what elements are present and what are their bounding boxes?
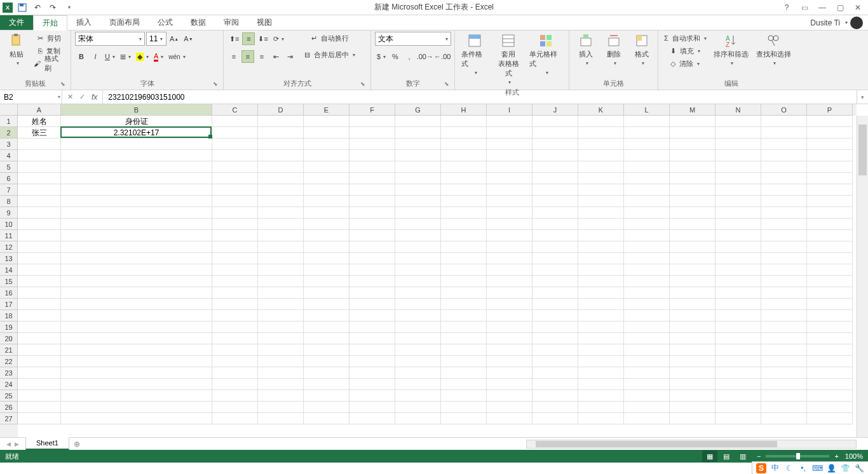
cell-N25[interactable] [715, 390, 761, 402]
cell-G18[interactable] [395, 310, 441, 322]
ribbon-options-button[interactable]: ▭ [798, 1, 811, 14]
cell-C19[interactable] [212, 322, 258, 333]
cell-F11[interactable] [349, 230, 395, 241]
fill-color-button[interactable]: ◆▾ [134, 50, 151, 63]
cell-L18[interactable] [624, 310, 670, 322]
cell-M4[interactable] [670, 150, 715, 161]
cell-A10[interactable] [18, 219, 61, 230]
cell-K15[interactable] [578, 276, 624, 287]
cell-K7[interactable] [578, 184, 624, 196]
cell-G1[interactable] [395, 116, 441, 127]
cell-E24[interactable] [304, 379, 349, 390]
cell-P18[interactable] [807, 310, 853, 322]
cell-L20[interactable] [624, 333, 670, 344]
cell-J3[interactable] [532, 139, 578, 150]
cell-H4[interactable] [441, 150, 487, 161]
format-cells-button[interactable]: 格式▾ [629, 32, 654, 67]
cell-A25[interactable] [18, 390, 61, 402]
cell-M23[interactable] [670, 367, 715, 379]
cell-L8[interactable] [624, 196, 670, 207]
zoom-in-button[interactable]: + [834, 452, 838, 460]
cell-A18[interactable] [18, 310, 61, 322]
cell-L14[interactable] [624, 264, 670, 276]
cell-H21[interactable] [441, 344, 487, 356]
cell-I19[interactable] [487, 322, 532, 333]
cell-K10[interactable] [578, 219, 624, 230]
cell-F12[interactable] [349, 241, 395, 253]
cell-D22[interactable] [258, 356, 304, 367]
cell-B16[interactable] [61, 287, 212, 299]
cell-N8[interactable] [715, 196, 761, 207]
cell-C2[interactable] [212, 127, 258, 139]
cell-F7[interactable] [349, 184, 395, 196]
cell-J6[interactable] [532, 173, 578, 184]
enter-edit-button[interactable]: ✓ [79, 93, 85, 101]
cell-H5[interactable] [441, 161, 487, 173]
cell-J23[interactable] [532, 367, 578, 379]
cell-C4[interactable] [212, 150, 258, 161]
cell-N15[interactable] [715, 276, 761, 287]
cell-C25[interactable] [212, 390, 258, 402]
cell-I1[interactable] [487, 116, 532, 127]
cell-K6[interactable] [578, 173, 624, 184]
cell-L11[interactable] [624, 230, 670, 241]
cell-G21[interactable] [395, 344, 441, 356]
cell-C18[interactable] [212, 310, 258, 322]
cell-H10[interactable] [441, 219, 487, 230]
cell-K20[interactable] [578, 333, 624, 344]
cell-K2[interactable] [578, 127, 624, 139]
cell-F22[interactable] [349, 356, 395, 367]
cell-C26[interactable] [212, 402, 258, 413]
cell-M27[interactable] [670, 413, 715, 424]
cell-K14[interactable] [578, 264, 624, 276]
sheet-nav-next[interactable]: ▶ [15, 441, 19, 447]
cell-J26[interactable] [532, 402, 578, 413]
cell-J1[interactable] [532, 116, 578, 127]
tab-view[interactable]: 视图 [248, 15, 281, 30]
cell-K17[interactable] [578, 299, 624, 310]
cell-P22[interactable] [807, 356, 853, 367]
cell-L25[interactable] [624, 390, 670, 402]
col-header-M[interactable]: M [670, 104, 715, 116]
cell-J13[interactable] [532, 253, 578, 264]
avatar[interactable] [850, 17, 863, 29]
cell-H6[interactable] [441, 173, 487, 184]
cell-O2[interactable] [761, 127, 807, 139]
cell-E6[interactable] [304, 173, 349, 184]
decrease-font-button[interactable]: A▼ [182, 32, 194, 45]
cell-E16[interactable] [304, 287, 349, 299]
cell-O15[interactable] [761, 276, 807, 287]
cell-B21[interactable] [61, 344, 212, 356]
cell-B3[interactable] [61, 139, 212, 150]
cell-J20[interactable] [532, 333, 578, 344]
cell-D27[interactable] [258, 413, 304, 424]
cell-A3[interactable] [18, 139, 61, 150]
cell-O14[interactable] [761, 264, 807, 276]
cell-O8[interactable] [761, 196, 807, 207]
cell-E8[interactable] [304, 196, 349, 207]
cell-N23[interactable] [715, 367, 761, 379]
formula-expand-button[interactable]: ▾ [857, 90, 868, 104]
cell-J8[interactable] [532, 196, 578, 207]
cell-M9[interactable] [670, 207, 715, 219]
font-launcher[interactable]: ⬊ [212, 81, 219, 88]
cell-E22[interactable] [304, 356, 349, 367]
cell-H11[interactable] [441, 230, 487, 241]
cell-G15[interactable] [395, 276, 441, 287]
cell-D19[interactable] [258, 322, 304, 333]
col-header-D[interactable]: D [258, 104, 304, 116]
vertical-scrollbar[interactable] [857, 116, 868, 437]
cell-B11[interactable] [61, 230, 212, 241]
sheet-nav-prev[interactable]: ◀ [6, 441, 11, 447]
cell-J7[interactable] [532, 184, 578, 196]
cell-J9[interactable] [532, 207, 578, 219]
cell-B12[interactable] [61, 241, 212, 253]
cell-A9[interactable] [18, 207, 61, 219]
cell-B15[interactable] [61, 276, 212, 287]
col-header-E[interactable]: E [304, 104, 349, 116]
autosum-button[interactable]: Σ 自动求和▾ [662, 32, 709, 44]
find-select-button[interactable]: 查找和选择▾ [754, 32, 794, 67]
cell-F27[interactable] [349, 413, 395, 424]
cell-O7[interactable] [761, 184, 807, 196]
cell-G27[interactable] [395, 413, 441, 424]
